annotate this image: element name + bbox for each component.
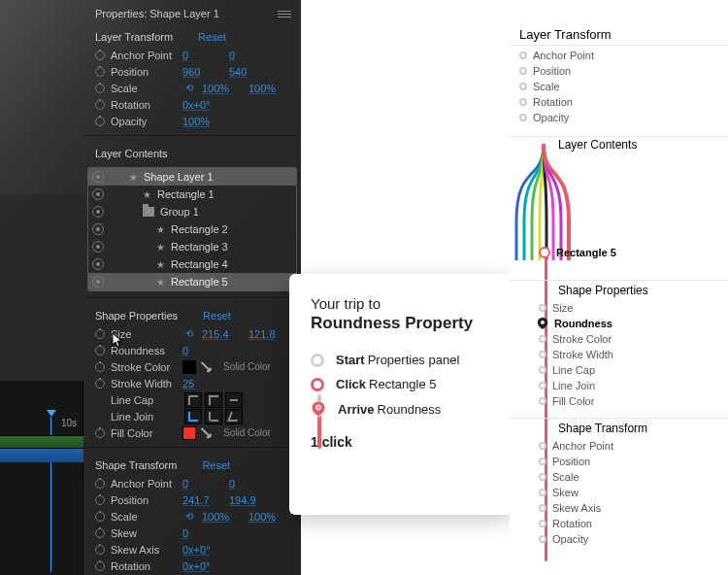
stopwatch-icon[interactable]: [95, 84, 105, 93]
line-join-round-button[interactable]: [205, 409, 222, 424]
opacity-v[interactable]: 100: [182, 116, 215, 127]
fill-color-swatch[interactable]: [182, 426, 196, 440]
stopwatch-icon[interactable]: [95, 362, 105, 372]
stopwatch-icon[interactable]: [95, 495, 105, 505]
star-icon: ★: [156, 224, 165, 235]
reset-layer-transform[interactable]: Reset: [198, 31, 226, 43]
map-row: Stroke Width: [539, 348, 613, 361]
node-icon: [539, 397, 546, 405]
line-cap-square-button[interactable]: [225, 392, 243, 408]
tree-row-rectangle-3[interactable]: ★ Rectangle 3: [88, 238, 296, 255]
link-icon[interactable]: ⟲: [182, 83, 196, 93]
prop-st-position: Position 241.7 194.9: [83, 491, 301, 508]
prop-stroke-width: Stroke Width 25: [83, 375, 301, 391]
stroke-color-swatch[interactable]: [182, 360, 196, 374]
stopwatch-icon[interactable]: [95, 67, 105, 77]
reset-shape-transform[interactable]: Reset: [202, 459, 230, 471]
link-icon[interactable]: ⟲: [182, 328, 196, 339]
tree-row-rectangle-5[interactable]: ★ Rectangle 5: [88, 273, 296, 290]
stroke-width-v[interactable]: 25: [182, 378, 215, 389]
fill-color-type[interactable]: Solid Color: [223, 427, 271, 438]
section-shape-properties: Shape Properties Reset: [83, 304, 301, 325]
prop-fill-color: Fill Color Solid Color: [83, 424, 301, 441]
position-x[interactable]: 960: [182, 66, 215, 78]
visibility-eye-icon[interactable]: [92, 276, 104, 288]
line-join-bevel-button[interactable]: [225, 409, 243, 424]
visibility-eye-icon[interactable]: [92, 241, 104, 253]
panel-menu-icon[interactable]: [278, 11, 291, 17]
stopwatch-icon[interactable]: [95, 51, 105, 60]
map-row: Opacity: [519, 111, 569, 124]
map-row: Skew Axis: [539, 501, 601, 515]
stopwatch-icon[interactable]: [95, 545, 105, 555]
scale-y[interactable]: 100: [248, 83, 281, 94]
prop-st-scale: Scale ⟲ 100 100: [83, 508, 301, 524]
click-count: 1 click: [311, 434, 493, 450]
visibility-eye-icon[interactable]: [92, 188, 104, 200]
eyedropper-icon[interactable]: [200, 358, 216, 375]
map-roundness: Roundness: [537, 317, 612, 330]
tree-row-rectangle-2[interactable]: ★ Rectangle 2: [88, 220, 296, 238]
section-layer-transform: Layer Transform Reset: [83, 25, 301, 47]
line-cap-butt-button[interactable]: [184, 392, 202, 408]
tree-row-rectangle-1[interactable]: ★ Rectangle 1: [88, 186, 296, 203]
playhead-icon[interactable]: [47, 410, 56, 417]
size-y[interactable]: 121.8: [248, 328, 281, 340]
pin-icon: [537, 318, 548, 329]
line-join-miter-button[interactable]: [184, 409, 202, 424]
trip-card-title: Roundness Property: [311, 314, 493, 333]
visibility-eye-icon[interactable]: [92, 171, 104, 183]
timeline-layer-bar-2[interactable]: [0, 449, 83, 462]
line-cap-round-button[interactable]: [205, 392, 222, 408]
prop-opacity: Opacity 100: [83, 113, 301, 129]
anchor-y[interactable]: 0: [229, 50, 262, 61]
tree-row-rectangle-4[interactable]: ★ Rectangle 4: [88, 255, 296, 273]
prop-rotation: Rotation 0x+0°: [83, 96, 301, 113]
step-arrive: ArriveRoundness: [311, 401, 493, 417]
size-x[interactable]: 215.4: [202, 328, 235, 340]
folder-icon: [143, 207, 154, 217]
timeline-layer-bar-1[interactable]: [0, 435, 83, 449]
stopwatch-icon[interactable]: [95, 117, 105, 126]
visibility-eye-icon[interactable]: [92, 258, 104, 270]
visibility-eye-icon[interactable]: [92, 223, 104, 235]
position-y[interactable]: 540: [229, 66, 262, 78]
stopwatch-icon[interactable]: [95, 512, 105, 522]
map-layer-transform-title: Layer Transform: [519, 27, 612, 42]
threads-graphic: [514, 144, 573, 260]
stopwatch-icon[interactable]: [95, 428, 105, 438]
anchor-x[interactable]: 0: [182, 50, 215, 61]
stroke-color-type[interactable]: Solid Color: [223, 361, 271, 372]
stopwatch-icon[interactable]: [95, 346, 105, 355]
cursor-icon: [113, 333, 124, 349]
reset-shape-properties[interactable]: Reset: [203, 310, 231, 321]
node-icon: [519, 67, 527, 75]
roundness-v[interactable]: 0: [182, 345, 215, 356]
stopwatch-icon[interactable]: [95, 479, 105, 489]
stopwatch-icon[interactable]: [95, 100, 105, 110]
stopwatch-icon[interactable]: [95, 561, 105, 571]
map-row: Size: [539, 301, 573, 315]
tree-row-shape-layer-1[interactable]: ★ Shape Layer 1: [88, 168, 296, 186]
stopwatch-icon[interactable]: [95, 379, 105, 389]
visibility-eye-icon[interactable]: [92, 206, 104, 218]
trip-card-pretitle: Your trip to: [311, 295, 493, 312]
map-row: Anchor Point: [539, 439, 613, 453]
node-icon: [519, 114, 527, 121]
step-dot-icon: [311, 378, 324, 391]
node-icon: [539, 442, 546, 450]
step-dot-icon: [311, 354, 324, 367]
stopwatch-icon[interactable]: [95, 329, 105, 339]
link-icon[interactable]: ⟲: [182, 511, 196, 522]
eyedropper-icon[interactable]: [200, 424, 216, 441]
divider: [510, 136, 728, 137]
node-icon: [519, 83, 527, 90]
prop-st-skew-axis: Skew Axis 0x+0°: [83, 541, 301, 558]
step-click: ClickRectangle 5: [311, 377, 493, 391]
divider: [510, 418, 728, 419]
stopwatch-icon[interactable]: [95, 528, 105, 538]
scale-x[interactable]: 100: [202, 83, 235, 94]
tree-row-group-1[interactable]: Group 1: [88, 203, 296, 220]
divider: [510, 280, 728, 281]
rotation-v[interactable]: 0x+0°: [182, 99, 215, 111]
